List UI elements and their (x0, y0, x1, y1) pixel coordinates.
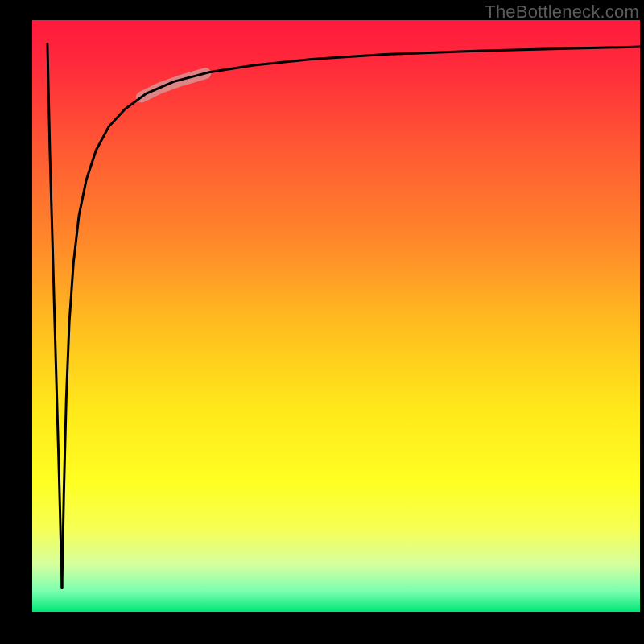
curve-layer (32, 20, 640, 612)
series-down-stroke (47, 43, 62, 588)
series-log-curve (62, 47, 640, 588)
chart-frame: TheBottleneck.com (0, 0, 644, 644)
